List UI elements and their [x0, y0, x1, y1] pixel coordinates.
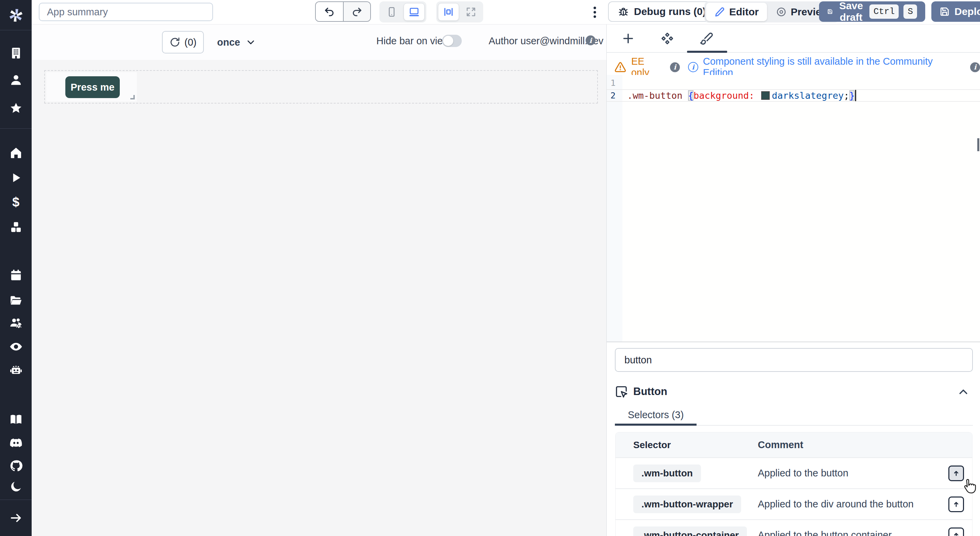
button-component-wrapper[interactable]: Press me [46, 72, 137, 102]
app-summary-input[interactable] [39, 3, 213, 21]
save-draft-button[interactable]: Save draft Ctrl S [819, 2, 925, 22]
toggle-knob [443, 36, 453, 46]
code-line-1[interactable]: 1 [607, 77, 980, 89]
canvas-toolbar: (0) once Hide bar on view Author user@wi… [32, 24, 606, 60]
debug-runs-label: Debug runs (0) [634, 6, 706, 18]
variables-dollar-icon[interactable]: $ [0, 195, 32, 209]
save-icon [827, 6, 833, 17]
active-tab-underline [687, 51, 727, 53]
debug-runs-button[interactable]: Debug runs (0) [608, 2, 716, 22]
discord-icon[interactable] [0, 436, 32, 450]
refresh-mode-select[interactable]: once [217, 31, 256, 53]
groups-users-gear-icon[interactable] [0, 315, 32, 330]
refresh-mode-value: once [217, 37, 240, 48]
editor-tab-label: Editor [729, 6, 759, 18]
panel-splitter[interactable] [607, 341, 980, 342]
kbd-s: S [904, 5, 917, 19]
redo-icon [351, 6, 363, 18]
component-search-input[interactable] [615, 348, 973, 372]
workers-robot-icon[interactable] [0, 363, 32, 378]
paintbrush-icon [700, 32, 713, 45]
smartphone-icon [386, 6, 398, 18]
component-diamonds-icon [660, 32, 674, 45]
folders-icon[interactable] [0, 293, 32, 308]
centered-layout-icon [443, 6, 454, 18]
apply-selector-button[interactable] [948, 496, 964, 512]
windmill-logo[interactable] [0, 0, 32, 30]
centered-layout-button[interactable] [438, 3, 459, 21]
hide-bar-label: Hide bar on view [376, 35, 450, 47]
mobile-view-button[interactable] [381, 3, 402, 21]
runs-play-icon[interactable] [0, 170, 32, 185]
preview-eye-icon [776, 6, 787, 18]
user-icon[interactable] [0, 73, 32, 88]
author-info-icon[interactable]: i [585, 35, 595, 45]
docs-book-icon[interactable] [0, 412, 32, 427]
fullscreen-layout-button[interactable] [460, 3, 482, 21]
arrow-up-icon [951, 530, 961, 536]
github-icon[interactable] [0, 458, 32, 473]
expand-icon [465, 6, 477, 18]
arrow-up-icon [951, 468, 961, 479]
workspace-building-icon[interactable] [0, 46, 32, 61]
resources-cubes-icon[interactable] [0, 220, 32, 234]
more-options-menu[interactable] [590, 5, 600, 20]
chevron-down-icon [246, 37, 256, 47]
css-selector-token: .wm-button [627, 90, 682, 101]
undo-button[interactable] [316, 2, 343, 21]
tab-selectors[interactable]: Selectors (3) [615, 406, 697, 426]
hide-bar-toggle[interactable] [442, 35, 462, 47]
save-icon [940, 6, 950, 17]
line-number: 2 [607, 91, 620, 100]
css-code-editor[interactable]: 1 2 .wm-button {background: darkslategre… [607, 75, 980, 342]
refresh-button[interactable]: (0) [162, 31, 204, 53]
panel-tab-bar [607, 24, 980, 53]
table-header-row: Selector Comment [616, 432, 972, 457]
refresh-count: (0) [185, 37, 196, 48]
refresh-icon [169, 37, 180, 48]
selectors-table: Selector Comment .wm-button Applied to t… [615, 432, 972, 536]
tab-components-settings[interactable] [659, 30, 676, 47]
apply-selector-button[interactable] [948, 528, 964, 536]
open-brace-token: { [688, 90, 694, 101]
device-toggle-group [379, 2, 426, 22]
kbd-ctrl: Ctrl [869, 5, 899, 19]
notice-extra-info-icon[interactable]: i [970, 62, 980, 72]
tab-insert-component[interactable] [620, 30, 637, 47]
grid-row-dropzone[interactable]: Press me [44, 70, 598, 104]
resize-handle[interactable] [130, 95, 135, 99]
semicolon-token: ; [844, 90, 850, 101]
table-row: .wm-button-container Applied to the butt… [616, 519, 972, 536]
selector-comment: Applied to the button [758, 467, 948, 479]
app-canvas[interactable]: Press me [32, 60, 606, 536]
desktop-view-button[interactable] [404, 3, 425, 21]
table-row: .wm-button-wrapper Applied to the div ar… [616, 488, 972, 519]
notice-info-icon[interactable]: i [688, 62, 698, 72]
collapse-section-button[interactable] [956, 384, 971, 399]
selector-comment: Applied to the div around the button [758, 499, 948, 510]
dark-mode-moon-icon[interactable] [0, 479, 32, 494]
tab-editor[interactable]: Editor [706, 3, 767, 21]
button-section-header[interactable]: Button [615, 383, 973, 400]
selector-badge: .wm-button-wrapper [633, 496, 741, 513]
schedules-calendar-icon[interactable] [0, 268, 32, 282]
color-swatch[interactable] [761, 91, 770, 100]
chevron-up-icon [957, 386, 969, 398]
app-editor-screen: $ [0, 0, 980, 536]
column-header-selector: Selector [616, 440, 758, 450]
tab-component-styling[interactable] [698, 30, 715, 47]
deploy-label: Deploy [955, 6, 980, 18]
topbar: Debug runs (0) Editor Preview Save draft… [32, 0, 980, 24]
audit-eye-icon[interactable] [0, 339, 32, 354]
expand-sidebar-arrow-icon[interactable] [0, 510, 32, 525]
home-icon[interactable] [0, 145, 32, 160]
ee-info-icon[interactable]: i [670, 62, 680, 72]
press-me-button[interactable]: Press me [65, 76, 120, 98]
kebab-menu-icon [590, 5, 600, 20]
code-line-2[interactable]: 2 .wm-button {background: darkslategrey;… [607, 89, 980, 102]
apply-selector-button[interactable] [948, 466, 964, 481]
redo-button[interactable] [343, 2, 370, 21]
line-number: 1 [607, 78, 620, 88]
favorites-star-icon[interactable] [0, 101, 32, 116]
deploy-button[interactable]: Deploy [931, 2, 980, 22]
